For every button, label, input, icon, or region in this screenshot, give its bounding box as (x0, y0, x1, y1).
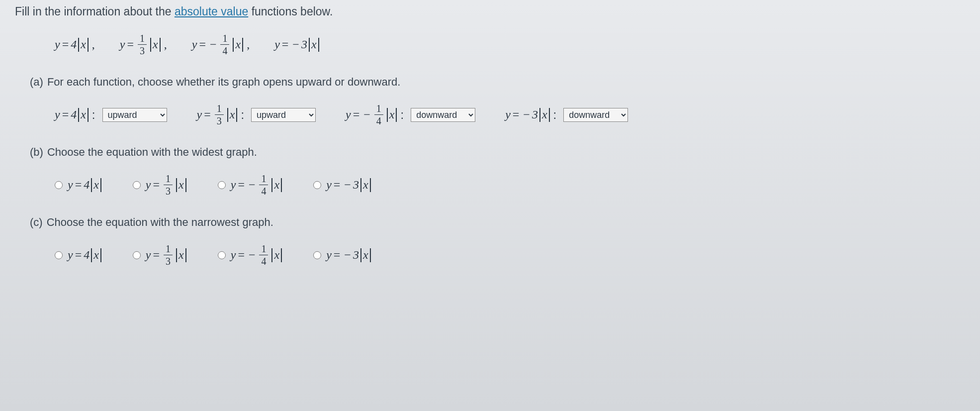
radio-c-1[interactable]: y=4x (55, 248, 103, 262)
radio-b-3[interactable]: y=−14x (218, 174, 283, 196)
radio-expr-b-1: y=4x (68, 178, 103, 192)
radio-b-4[interactable]: y=−3x (313, 178, 372, 192)
intro-suffix: functions below. (248, 5, 333, 18)
dropdown-item-4: y=−3x: downward (505, 108, 628, 122)
part-b-text: Choose the equation with the widest grap… (47, 146, 257, 158)
dropdown-item-2: y=13x: upward (197, 103, 316, 126)
radio-expr-c-3: y=−14x (231, 244, 283, 266)
part-c-letter: (c) (30, 216, 43, 228)
absolute-value-link[interactable]: absolute value (175, 5, 248, 18)
part-a-dropdowns: y=4x: upward y=13x: upward y=−14x: downw… (55, 103, 965, 126)
dropdown-expr-4: y=−3x: (505, 108, 559, 122)
intro-prefix: Fill in the information about the (15, 5, 175, 18)
part-c-radios: y=4x y=13x y=−14x y=−3x (55, 244, 965, 266)
radio-c-3[interactable]: y=−14x (218, 244, 283, 266)
direction-select-3[interactable]: downward (411, 108, 475, 122)
function-2: y=13x, (120, 33, 167, 56)
part-c-label: (c)Choose the equation with the narrowes… (30, 216, 965, 229)
direction-select-2[interactable]: upward (251, 108, 316, 122)
radio-input-c-4[interactable] (313, 251, 321, 259)
radio-b-2[interactable]: y=13x (133, 174, 188, 196)
radio-input-b-4[interactable] (313, 181, 321, 189)
radio-input-c-3[interactable] (218, 251, 226, 259)
radio-expr-c-2: y=13x (146, 244, 188, 266)
part-b-radios: y=4x y=13x y=−14x y=−3x (55, 174, 965, 196)
radio-expr-c-4: y=−3x (326, 248, 372, 262)
radio-b-1[interactable]: y=4x (55, 178, 103, 192)
radio-expr-c-1: y=4x (68, 248, 103, 262)
radio-input-b-1[interactable] (55, 181, 63, 189)
dropdown-expr-3: y=−14x: (346, 103, 407, 126)
radio-expr-b-2: y=13x (146, 174, 188, 196)
radio-input-b-2[interactable] (133, 181, 141, 189)
function-3: y=−14x, (192, 33, 250, 56)
radio-input-c-2[interactable] (133, 251, 141, 259)
direction-select-4[interactable]: downward (563, 108, 628, 122)
radio-expr-b-3: y=−14x (231, 174, 283, 196)
intro-text: Fill in the information about the absolu… (15, 5, 965, 18)
part-c-text: Choose the equation with the narrowest g… (47, 216, 273, 228)
part-b-label: (b)Choose the equation with the widest g… (30, 146, 965, 159)
dropdown-expr-2: y=13x: (197, 103, 248, 126)
function-1: y=4x, (55, 38, 95, 52)
dropdown-item-3: y=−14x: downward (346, 103, 475, 126)
radio-expr-b-4: y=−3x (326, 178, 372, 192)
radio-input-b-3[interactable] (218, 181, 226, 189)
direction-select-1[interactable]: upward (102, 108, 167, 122)
dropdown-item-1: y=4x: upward (55, 108, 167, 122)
dropdown-expr-1: y=4x: (55, 108, 98, 122)
radio-input-c-1[interactable] (55, 251, 63, 259)
functions-display-row: y=4x, y=13x, y=−14x, y=−3x (55, 33, 965, 56)
part-a-letter: (a) (30, 76, 43, 88)
radio-c-4[interactable]: y=−3x (313, 248, 372, 262)
radio-c-2[interactable]: y=13x (133, 244, 188, 266)
part-a-text: For each function, choose whether its gr… (47, 76, 401, 88)
part-a-label: (a)For each function, choose whether its… (30, 76, 965, 89)
function-4: y=−3x (274, 38, 320, 52)
part-b-letter: (b) (30, 146, 43, 158)
